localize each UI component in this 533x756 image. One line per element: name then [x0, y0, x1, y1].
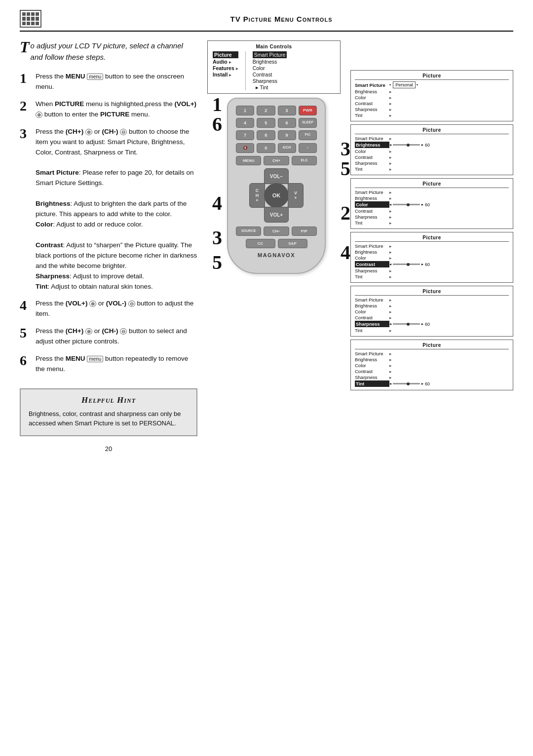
p2-contrast: Contrast▸ [355, 154, 509, 160]
btn-8[interactable]: 8 [257, 130, 275, 140]
p6-smart: Smart Picture▸ [355, 351, 509, 356]
step-1-content: Press the MENU menu button to see the on… [36, 72, 197, 92]
btn-2[interactable]: 2 [257, 106, 275, 115]
btn-picture[interactable]: PIC [299, 130, 317, 140]
mc-sub-sharpness: Sharpness [253, 78, 287, 84]
btn-source[interactable]: SOURCE [236, 227, 261, 236]
p3-color-label: Color [355, 201, 389, 208]
step-6-content: Press the MENU menu button repeatedly to… [36, 354, 197, 375]
btn-sleep[interactable]: SLEEP [299, 118, 317, 128]
p4-smart: Smart Picture▸ [355, 243, 509, 249]
mc-sub-smart-picture: Smart Picture [253, 51, 287, 58]
btn-ch-minus[interactable]: CH− [264, 227, 289, 236]
helpful-hint-title: Helpful Hint [29, 395, 189, 405]
btn-7[interactable]: 7 [236, 130, 254, 140]
middle-column: Main Controls Picture Audio ▸ Features ▸… [207, 40, 341, 453]
mc-left: Picture Audio ▸ Features ▸ Install ▸ [213, 51, 238, 90]
p2-color-label: Color [355, 149, 389, 154]
p1-brightness: Brightness [355, 89, 389, 94]
btn-mute[interactable]: 🔇 [236, 143, 254, 153]
p4-color-label: Color [355, 255, 389, 261]
big-num-2-r: 2 [341, 201, 350, 225]
p1-contrast: Contrast [355, 101, 389, 106]
p3-contrast-label: Contrast [355, 208, 389, 214]
step-4: 4 Press the (VOL+) ⊕ or (VOL-) ⊖ button … [20, 299, 197, 319]
p5-contrast: Contrast▸ [355, 315, 509, 320]
p6-sharpness-label: Sharpness [355, 375, 389, 380]
nav-vol-plus[interactable]: V+ [288, 183, 304, 208]
p3-brightness-label: Brightness [355, 195, 389, 201]
p5-sharpness-label: Sharpness [355, 321, 389, 327]
panel-1-title: Picture [355, 73, 509, 80]
btn-3[interactable]: 3 [278, 106, 296, 115]
nav-ok[interactable]: OK [264, 183, 289, 208]
btn-4[interactable]: 4 [236, 118, 254, 128]
mute-row: 🔇 0 A/CH ♪ [236, 143, 317, 153]
btn-pip[interactable]: PIP [292, 227, 317, 236]
panel-6-title: Picture [355, 342, 509, 349]
step-5-content: Press the (CH+) ⊕ or (CH-) ⊖ button to s… [36, 326, 197, 347]
p6-contrast: Contrast▸ [355, 369, 509, 374]
menu-panel-1: Picture Smart Picture • Personal • Brigh… [350, 70, 513, 121]
panel-1-row-contrast: Contrast▸ [355, 101, 509, 106]
btn-sound[interactable]: ♪ [299, 143, 317, 153]
panel-1-row-tint: Tint▸ [355, 113, 509, 118]
p4-brightness-label: Brightness [355, 249, 389, 255]
p2-tint-label: Tint [355, 166, 389, 172]
p5-smart: Smart Picture▸ [355, 297, 509, 302]
btn-menu[interactable]: MENU [236, 156, 261, 165]
drop-cap: T [20, 40, 30, 54]
p5-brightness-label: Brightness [355, 303, 389, 308]
header: TV Picture Menu Controls [20, 10, 513, 32]
btn-6[interactable]: 6 [278, 118, 296, 128]
p5-tint-label: Tint [355, 328, 389, 333]
page: TV Picture Menu Controls T o adjust your… [0, 0, 533, 756]
nav-vol-minus[interactable]: VOL− [264, 168, 289, 184]
p6-brightness-label: Brightness [355, 357, 389, 362]
panel-4-title: Picture [355, 235, 509, 242]
btn-5[interactable]: 5 [257, 118, 275, 128]
page-number: 20 [20, 445, 197, 453]
main-controls-table: Picture Audio ▸ Features ▸ Install ▸ Sma… [213, 51, 335, 90]
p6-tint-label: Tint [355, 380, 389, 387]
p6-tint-slider: ◂ ▸ 60 [389, 381, 430, 386]
step-2-content: When PICTURE menu is highlighted,press t… [36, 99, 197, 120]
p2-contrast-label: Contrast [355, 154, 389, 160]
btn-ach[interactable]: A/CH [278, 143, 296, 153]
mc-sub-tint: ▸ Tint [253, 84, 287, 90]
right-column: Picture Smart Picture • Personal • Brigh… [350, 40, 513, 453]
p6-sharpness: Sharpness▸ [355, 375, 509, 380]
p5-smart-label: Smart Picture [355, 297, 389, 302]
btn-0[interactable]: 0 [257, 143, 275, 153]
panel-1-row-color: Color▸ [355, 95, 509, 100]
btn-els[interactable]: ELS [292, 156, 317, 165]
step-number-1: 1 [20, 72, 36, 85]
btn-sap[interactable]: SAP [278, 239, 307, 248]
nav-ch-up[interactable]: CH+ [249, 183, 265, 208]
p6-contrast-label: Contrast [355, 369, 389, 374]
btn-power[interactable]: PWR [299, 106, 317, 115]
btn-cc[interactable]: CC [246, 239, 275, 248]
main-layout: T o adjust your LCD TV picture, select a… [20, 40, 513, 453]
nav-vol-plus-down[interactable]: VOL+ [264, 207, 289, 223]
p4-smart-label: Smart Picture [355, 243, 389, 249]
step-4-content: Press the (VOL+) ⊕ or (VOL-) ⊖ button to… [36, 299, 197, 319]
p1-contrast-arrow: ▸ [389, 101, 392, 106]
mc-item-features: Features ▸ [213, 65, 238, 71]
p3-sharpness-label: Sharpness [355, 214, 389, 220]
btn-9[interactable]: 9 [278, 130, 296, 140]
p2-smart: Smart Picture▸ [355, 136, 509, 141]
p3-smart-label: Smart Picture [355, 189, 389, 195]
btn-1[interactable]: 1 [236, 106, 254, 115]
mc-item-audio: Audio ▸ [213, 59, 238, 65]
p6-color-label: Color [355, 363, 389, 368]
mc-sub-color: Color [253, 65, 287, 71]
p5-sharpness-slider: ◂ ▸ 60 [389, 322, 430, 327]
intro-body: o adjust your LCD TV picture, select a c… [31, 41, 183, 61]
panel-3-title: Picture [355, 181, 509, 188]
step-number-4: 4 [20, 299, 36, 312]
p1-color-arrow: ▸ [389, 95, 392, 100]
panel-1-dot: • [389, 82, 391, 87]
mc-item-picture: Picture [213, 51, 238, 58]
btn-ch-plus[interactable]: CH+ [264, 156, 289, 165]
